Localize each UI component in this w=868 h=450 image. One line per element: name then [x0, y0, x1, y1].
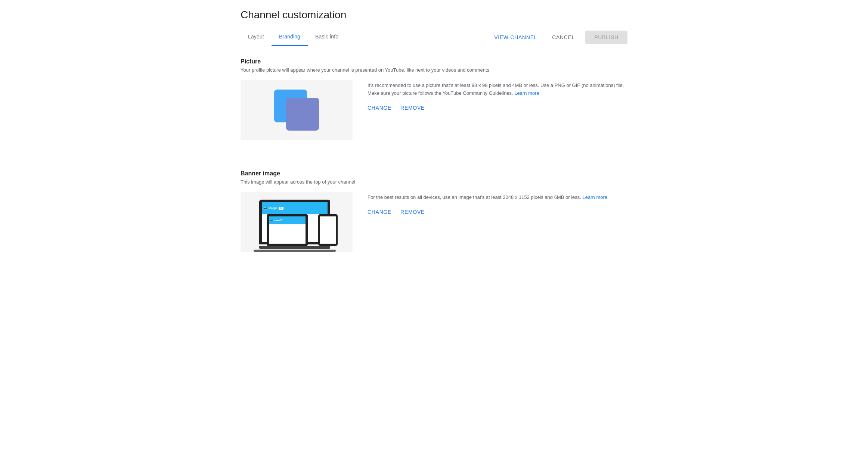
tab-layout[interactable]: Layout: [241, 28, 272, 46]
picture-title: Picture: [241, 58, 627, 65]
header-row: Layout Branding Basic info VIEW CHANNEL …: [241, 28, 627, 46]
phone-icon: [318, 214, 338, 246]
laptop-base: [259, 246, 330, 249]
laptop-banner: 📷 snappa TV: [262, 202, 328, 214]
banner-actions: CHANGE REMOVE: [368, 209, 627, 215]
tabs-nav: Layout Branding Basic info: [241, 28, 346, 46]
profile-icon: [274, 90, 319, 131]
banner-learn-more-link[interactable]: Learn more: [583, 194, 607, 200]
banner-change-button[interactable]: CHANGE: [368, 209, 391, 215]
phone-screen: [320, 216, 336, 244]
picture-learn-more-link[interactable]: Learn more: [514, 90, 539, 96]
picture-body: It's recommended to use a picture that's…: [241, 80, 627, 140]
banner-info: For the best results on all devices, use…: [368, 192, 627, 215]
banner-preview: 📷 snappa TV: [241, 192, 353, 252]
banner-title: Banner image: [241, 170, 627, 177]
picture-info: It's recommended to use a picture that's…: [368, 80, 627, 111]
laptop-foot: [254, 250, 336, 252]
picture-remove-button[interactable]: REMOVE: [400, 105, 425, 111]
profile-icon-back: [286, 98, 319, 131]
tablet-banner: 📷 snappa TV: [269, 216, 306, 224]
cancel-button[interactable]: CANCEL: [548, 31, 579, 43]
picture-actions: CHANGE REMOVE: [368, 105, 627, 111]
banner-section: Banner image This image will appear acro…: [241, 170, 627, 252]
picture-subtitle: Your profile picture will appear where y…: [241, 67, 627, 73]
laptop-banner-badge: TV: [279, 207, 283, 210]
tablet-banner-text: 📷 snappa TV: [270, 219, 283, 221]
banner-subtitle: This image will appear across the top of…: [241, 179, 627, 185]
tab-basic-info[interactable]: Basic info: [308, 28, 346, 46]
section-divider: [241, 158, 627, 158]
picture-section: Picture Your profile picture will appear…: [241, 58, 627, 140]
content: Picture Your profile picture will appear…: [241, 46, 627, 252]
header-actions: VIEW CHANNEL CANCEL PUBLISH: [490, 31, 627, 44]
picture-info-text: It's recommended to use a picture that's…: [368, 82, 627, 97]
picture-change-button[interactable]: CHANGE: [368, 105, 391, 111]
publish-button[interactable]: PUBLISH: [585, 31, 627, 44]
banner-illustration: 📷 snappa TV: [255, 192, 338, 252]
banner-remove-button[interactable]: REMOVE: [400, 209, 425, 215]
tablet-screen: 📷 snappa TV: [269, 216, 306, 244]
banner-info-text: For the best results on all devices, use…: [368, 194, 627, 201]
banner-body: 📷 snappa TV: [241, 192, 627, 252]
tab-branding[interactable]: Branding: [272, 28, 308, 46]
tablet-icon: 📷 snappa TV: [267, 214, 308, 246]
laptop-banner-text: 📷 snappa: [264, 207, 277, 210]
picture-preview: [241, 80, 353, 140]
view-channel-button[interactable]: VIEW CHANNEL: [490, 31, 542, 43]
page-title: Channel customization: [241, 9, 627, 21]
